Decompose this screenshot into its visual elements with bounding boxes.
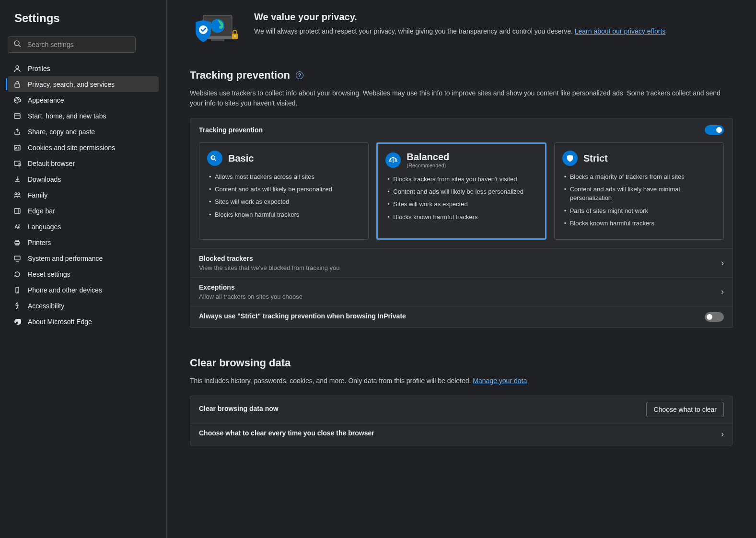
level-balanced[interactable]: Balanced (Recommended) Blocks trackers f… [376, 142, 546, 240]
svg-point-4 [15, 100, 16, 101]
row-title: Choose what to clear every time you clos… [199, 429, 721, 437]
svg-point-5 [17, 98, 18, 99]
nav-label: Share, copy and paste [28, 128, 95, 136]
sidebar-item-reset[interactable]: Reset settings [8, 266, 159, 282]
sidebar-item-accessibility[interactable]: Accessibility [8, 298, 159, 314]
lock-icon [12, 80, 22, 89]
chevron-right-icon: › [721, 287, 724, 297]
reset-icon [12, 269, 22, 279]
sidebar-item-share[interactable]: Share, copy and paste [8, 124, 159, 140]
tracking-card-header: Tracking prevention [190, 118, 733, 135]
svg-rect-20 [14, 256, 20, 260]
privacy-efforts-link[interactable]: Learn about our privacy efforts [575, 27, 666, 35]
main-content: We value your privacy. We will always pr… [167, 0, 756, 538]
svg-rect-7 [14, 114, 20, 118]
sidebar-item-phone[interactable]: Phone and other devices [8, 282, 159, 298]
svg-point-10 [16, 147, 17, 149]
nav-label: System and performance [28, 255, 103, 262]
strict-inprivate-toggle[interactable] [705, 312, 724, 322]
svg-point-32 [234, 35, 236, 37]
sidebar-item-start[interactable]: Start, home, and new tabs [8, 108, 159, 124]
sidebar-item-system[interactable]: System and performance [8, 250, 159, 266]
blocked-trackers-row[interactable]: Blocked trackers View the sites that we'… [190, 248, 733, 277]
nav-label: Default browser [28, 160, 75, 167]
appearance-icon [12, 95, 22, 105]
sidebar-item-profiles[interactable]: Profiles [8, 60, 159, 76]
cookies-icon [12, 143, 22, 152]
row-desc: Allow all trackers on sites you choose [199, 293, 721, 300]
hero-title: We value your privacy. [254, 12, 665, 23]
hero-illustration [190, 12, 243, 50]
sidebar-item-printers[interactable]: Printers [8, 234, 159, 250]
tracking-level-grid: Basic Allows most trackers across all si… [190, 135, 733, 248]
svg-line-1 [19, 45, 21, 47]
help-icon[interactable]: ? [296, 71, 303, 79]
tracking-heading: Tracking prevention ? [190, 69, 733, 82]
svg-point-2 [16, 66, 19, 69]
tracking-card-title: Tracking prevention [199, 126, 263, 134]
accessibility-icon [12, 301, 22, 311]
nav-label: Reset settings [28, 270, 70, 278]
svg-rect-18 [16, 240, 19, 242]
level-basic[interactable]: Basic Allows most trackers across all si… [199, 142, 369, 240]
balanced-icon [385, 152, 401, 168]
settings-sidebar: Settings Profiles Privacy, search, and s… [0, 0, 167, 538]
svg-rect-15 [14, 209, 20, 213]
tracking-desc: Websites use trackers to collect info ab… [190, 88, 733, 108]
choose-what-to-clear-button[interactable]: Choose what to clear [646, 402, 724, 417]
nav-label: About Microsoft Edge [28, 318, 92, 326]
row-title: Blocked trackers [199, 255, 721, 262]
family-icon [12, 190, 22, 200]
search-container [8, 36, 159, 53]
svg-point-0 [14, 41, 19, 46]
nav-label: Edge bar [28, 207, 55, 215]
svg-point-14 [18, 193, 20, 195]
level-name: Strict [583, 153, 608, 164]
manage-data-link[interactable]: Manage your data [473, 377, 527, 385]
privacy-hero: We value your privacy. We will always pr… [190, 12, 733, 50]
strict-inprivate-row: Always use "Strict" tracking prevention … [190, 306, 733, 327]
level-strict[interactable]: Strict Blocks a majority of trackers fro… [554, 142, 724, 240]
system-icon [12, 254, 22, 263]
sidebar-item-appearance[interactable]: Appearance [8, 92, 159, 108]
tracking-toggle[interactable] [705, 125, 724, 135]
row-title: Exceptions [199, 283, 721, 291]
sidebar-item-edge-bar[interactable]: Edge bar [8, 203, 159, 219]
exceptions-row[interactable]: Exceptions Allow all trackers on sites y… [190, 277, 733, 306]
basic-icon [207, 151, 222, 166]
level-name: Basic [228, 153, 254, 164]
clear-on-close-row[interactable]: Choose what to clear every time you clos… [190, 423, 733, 445]
clear-heading: Clear browsing data [190, 357, 733, 369]
sidebar-item-cookies[interactable]: Cookies and site permissions [8, 140, 159, 155]
nav-label: Profiles [28, 65, 50, 72]
browser-icon [12, 159, 22, 168]
nav-label: Appearance [28, 96, 64, 104]
nav-label: Start, home, and new tabs [28, 112, 106, 120]
sidebar-item-default-browser[interactable]: Default browser [8, 155, 159, 171]
nav-label: Phone and other devices [28, 286, 102, 294]
sidebar-item-languages[interactable]: Languages [8, 219, 159, 234]
svg-point-13 [15, 193, 17, 195]
sidebar-item-privacy[interactable]: Privacy, search, and services [8, 76, 159, 92]
search-icon [13, 40, 21, 49]
profile-icon [12, 64, 22, 73]
level-bullets: Allows most trackers across all sites Co… [207, 173, 361, 219]
svg-point-6 [18, 99, 19, 100]
row-title: Clear browsing data now [199, 405, 646, 412]
nav-label: Accessibility [28, 302, 64, 310]
sidebar-item-family[interactable]: Family [8, 187, 159, 203]
svg-rect-9 [14, 145, 20, 150]
strict-icon [562, 151, 578, 166]
svg-point-24 [17, 303, 18, 304]
svg-rect-27 [211, 39, 224, 41]
nav-label: Printers [28, 239, 51, 246]
svg-rect-3 [15, 84, 20, 87]
sidebar-item-about[interactable]: About Microsoft Edge [8, 314, 159, 329]
share-icon [12, 127, 22, 137]
nav-label: Cookies and site permissions [28, 144, 115, 152]
sidebar-item-downloads[interactable]: Downloads [8, 171, 159, 187]
level-bullets: Blocks a majority of trackers from all s… [562, 173, 716, 228]
search-input[interactable] [8, 36, 136, 53]
phone-icon [12, 285, 22, 295]
nav-label: Languages [28, 223, 61, 231]
